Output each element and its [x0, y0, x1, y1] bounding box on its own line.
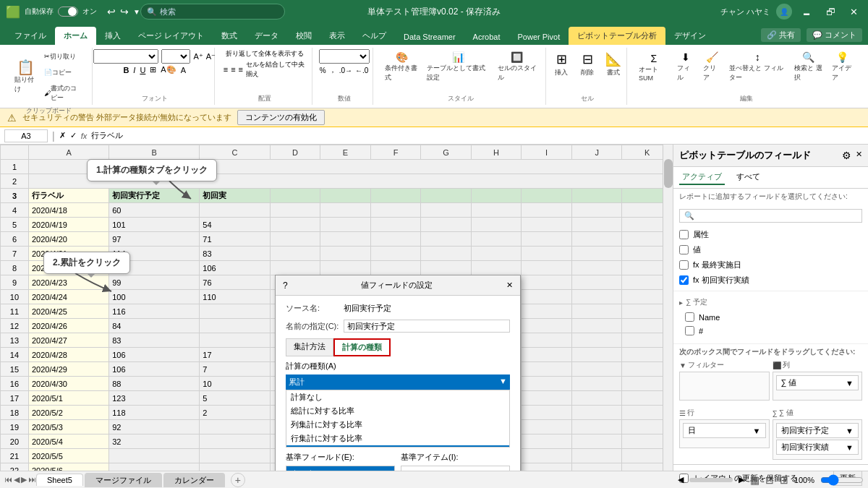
cell[interactable]: [522, 463, 572, 471]
tab-formula[interactable]: 数式: [213, 27, 246, 45]
col-header-c[interactable]: C: [200, 145, 270, 160]
cell[interactable]: 100: [109, 290, 200, 304]
cell[interactable]: [522, 333, 572, 348]
font-select[interactable]: [93, 49, 158, 64]
cell[interactable]: 2020/4/29: [28, 362, 109, 377]
scrollbar-thumb[interactable]: [664, 159, 673, 188]
cell-style-btn[interactable]: 🔲 セルのスタイル: [495, 49, 540, 85]
sheet-tab-sheet5[interactable]: Sheet5: [36, 474, 83, 486]
cell[interactable]: [471, 247, 522, 261]
cell[interactable]: 2020/5/2: [28, 406, 109, 420]
tab-pivot-analysis[interactable]: ピボットテーブル分析: [569, 27, 665, 45]
calc-type-selected[interactable]: 累計 ▼: [286, 374, 510, 390]
close-btn[interactable]: ✕: [846, 5, 862, 19]
row-item-dropdown[interactable]: ▼: [753, 427, 761, 435]
title-search[interactable]: 🔍 検索: [140, 4, 285, 20]
cell[interactable]: [421, 218, 472, 232]
page-break-view-btn[interactable]: ⊞: [780, 474, 788, 486]
pivot-field-hash-checkbox[interactable]: [685, 326, 694, 335]
cell[interactable]: [200, 435, 270, 449]
tab-data-streamer[interactable]: Data Streamer: [395, 29, 464, 45]
cell[interactable]: [370, 232, 421, 247]
cell[interactable]: 2020/4/30: [28, 377, 109, 391]
clear-btn[interactable]: 🧹 クリア: [700, 49, 723, 85]
col-header-e[interactable]: E: [320, 145, 371, 160]
number-format-select[interactable]: [319, 49, 370, 64]
font-size-dec[interactable]: A⁻: [206, 52, 216, 61]
tab-insert[interactable]: 挿入: [96, 27, 129, 45]
cell[interactable]: [522, 275, 572, 290]
cell[interactable]: [571, 463, 622, 471]
value-drop-item-first-run[interactable]: 初回実行予定 ▼: [776, 423, 859, 438]
cell[interactable]: 2020/5/6: [28, 463, 109, 471]
fill-color-btn[interactable]: A🎨: [161, 65, 176, 74]
calc-item-none[interactable]: 計算なし: [286, 390, 509, 404]
cell[interactable]: [200, 420, 270, 435]
cell[interactable]: 2020/5/3: [28, 420, 109, 435]
sheet-tab-calendar[interactable]: カレンダー: [163, 473, 225, 487]
tab-file[interactable]: ファイル: [6, 27, 55, 45]
custom-name-input[interactable]: [344, 320, 510, 333]
cell[interactable]: [522, 435, 572, 449]
cell[interactable]: [320, 261, 371, 275]
pivot-close-btn[interactable]: ✕: [856, 150, 862, 161]
confirm-btn[interactable]: ✓: [70, 131, 77, 140]
cell[interactable]: 2: [200, 406, 270, 420]
enable-content-btn[interactable]: コンテンツの有効化: [237, 110, 325, 125]
align-center-btn[interactable]: ≡: [231, 65, 235, 74]
col-header-j[interactable]: J: [571, 145, 622, 160]
cell[interactable]: [522, 290, 572, 304]
cell[interactable]: [320, 189, 371, 203]
cell[interactable]: [370, 247, 421, 261]
cell[interactable]: [370, 203, 421, 218]
tab-page-layout[interactable]: ページ レイアウト: [129, 27, 213, 45]
sheet-tab-merge[interactable]: マージファイル: [85, 473, 162, 487]
base-item-list[interactable]: [401, 466, 510, 471]
pivot-search[interactable]: 🔍: [679, 209, 862, 223]
pivot-field-name-checkbox[interactable]: [685, 312, 694, 322]
cell[interactable]: [522, 420, 572, 435]
cell[interactable]: 88: [109, 377, 200, 391]
cell[interactable]: 2020/4/28: [28, 348, 109, 362]
cell[interactable]: [522, 377, 572, 391]
cell[interactable]: [109, 449, 200, 463]
cell[interactable]: [522, 203, 572, 218]
col-header-d[interactable]: D: [270, 145, 320, 160]
tab-review[interactable]: 校閲: [287, 27, 320, 45]
cell[interactable]: [421, 247, 472, 261]
cell[interactable]: [571, 435, 622, 449]
page-layout-view-btn[interactable]: ⊡: [765, 474, 774, 486]
value-item-first-run-dropdown[interactable]: ▼: [846, 427, 854, 435]
base-field-list[interactable]: ホーム: [286, 466, 395, 471]
calc-item-col-pct[interactable]: 列集計に対する比率: [286, 418, 509, 432]
cell[interactable]: 110: [200, 290, 270, 304]
cell[interactable]: 7: [200, 362, 270, 377]
normal-view-btn[interactable]: ▦: [750, 474, 760, 486]
conditional-format-btn[interactable]: 🎨 条件付き書式: [382, 49, 421, 85]
redo-icon[interactable]: ↪: [120, 6, 129, 17]
col-drop-item-value[interactable]: ∑ 値 ▼: [776, 375, 859, 390]
cell[interactable]: [571, 406, 622, 420]
cell[interactable]: 54: [200, 218, 270, 232]
format-btn[interactable]: 📐 書式: [602, 49, 625, 80]
quick-access-more[interactable]: ▼: [133, 8, 140, 16]
cell[interactable]: [522, 189, 572, 203]
filter-drop-area[interactable]: [679, 372, 770, 401]
cell[interactable]: [471, 232, 522, 247]
tab-data[interactable]: データ: [246, 27, 287, 45]
dialog-help-btn[interactable]: ?: [283, 281, 288, 291]
cell[interactable]: [571, 333, 622, 348]
zoom-slider[interactable]: [820, 476, 864, 484]
cell[interactable]: 106: [109, 348, 200, 362]
pivot-settings-btn[interactable]: ⚙: [842, 150, 851, 161]
cut-btn[interactable]: ✂ 切り取り: [41, 49, 86, 64]
cell[interactable]: [200, 333, 270, 348]
cell[interactable]: [471, 218, 522, 232]
cell[interactable]: 2020/5/1: [28, 391, 109, 406]
sheet-nav-prev[interactable]: ◀: [14, 475, 20, 484]
calc-item-total-pct[interactable]: 総計に対する比率: [286, 404, 509, 418]
cell[interactable]: 60: [109, 203, 200, 218]
cell[interactable]: 83: [109, 333, 200, 348]
cell[interactable]: 106: [109, 362, 200, 377]
cell[interactable]: [571, 290, 622, 304]
